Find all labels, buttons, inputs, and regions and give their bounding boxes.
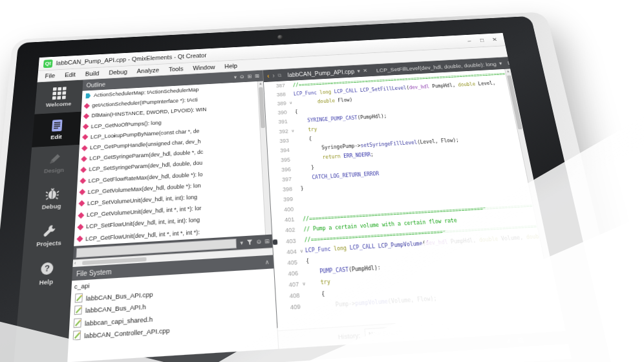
function-diamond-icon [78,200,85,207]
function-diamond-icon [76,236,83,242]
sidebar-item-projects[interactable]: Projects [23,215,76,255]
gutter-margin [273,247,278,258]
code-token: } [299,165,314,171]
code-text: } [300,186,303,191]
sync-with-editor-icon[interactable]: ⊖ [240,74,244,80]
menu-file[interactable]: File [40,72,60,80]
go-forward-icon[interactable]: › [272,72,275,80]
sidebar-item-design[interactable]: Design [29,145,80,182]
go-back-icon[interactable]: ‹ [267,72,270,80]
code-token: { [306,259,310,265]
line-number: 407 [280,281,301,289]
minimize-button[interactable]: – [464,37,475,45]
combo-dropdown-icon[interactable]: ▾ [240,239,243,246]
fold-marker-icon [297,240,305,240]
line-number: 405 [279,259,299,266]
left-panel-column: Outline ▾ ⊖ ⊞ ⊠ ActionSchedulerMap: tAct… [67,70,279,362]
document-dropdown-icon[interactable]: ▾ [357,69,360,74]
code-token: LCP_Func [294,90,317,96]
code-token: LCP_CALL [346,244,375,251]
code-token: LCP_Func [305,246,331,254]
menu-build[interactable]: Build [80,70,104,78]
menu-tools[interactable]: Tools [164,65,188,73]
collapse-pane-icon[interactable]: ∧ [264,259,269,266]
fold-marker-icon [289,121,295,122]
gutter-margin [264,82,268,91]
line-number: 409 [281,303,302,312]
sidebar-item-debug[interactable]: Debug [26,179,78,218]
gutter-margin [269,175,274,186]
qt-creator-logo-icon: Qt [43,59,53,68]
fold-marker-icon [295,209,302,209]
code-token: Flow) [335,97,353,103]
gutter-margin [272,215,277,226]
file-icon [72,330,81,342]
menu-analyze[interactable]: Analyze [132,67,164,75]
menu-debug[interactable]: Debug [104,68,133,76]
code-editor[interactable]: 387//===================================… [264,69,562,330]
gutter-margin [268,156,273,165]
code-text: { [306,259,310,265]
sidebar-item-label: Welcome [46,100,72,108]
close-document-icon[interactable]: ✕ [363,68,368,74]
code-token: Volume, [497,235,526,242]
fold-marker-icon [294,189,301,189]
fold-marker-icon[interactable]: ∨ [287,101,294,106]
symbol-dropdown-icon[interactable]: ▾ [499,61,502,66]
gutter-margin [268,165,274,176]
code-token: { [308,291,325,298]
fold-marker-icon[interactable]: ∨ [289,128,296,133]
code-token: dev_hdl [425,239,449,246]
filter-funnel-icon[interactable] [246,239,253,246]
close-pane-icon[interactable]: ⊠ [255,73,259,79]
close-button[interactable]: ✕ [489,36,500,43]
split-pane-icon[interactable]: ⊞ [247,74,252,80]
expand-panel-icon[interactable]: ∧ [506,337,511,345]
open-document-name[interactable]: labbCAN_Pump_API.cpp [287,69,354,78]
scroll-up-icon[interactable]: ▲ [258,81,264,86]
menu-edit[interactable]: Edit [59,71,80,79]
scroll-left-icon[interactable]: ‹ [74,260,76,267]
sync-icon[interactable]: ⊖ [256,239,261,246]
menu-window[interactable]: Window [188,63,220,72]
fold-marker-icon[interactable]: ∨ [297,248,305,254]
outline-dropdown-icon[interactable]: ▾ [234,74,237,80]
search-history-combobox[interactable]: New Search ▾ [365,323,455,341]
function-diamond-icon [84,103,90,109]
sidebar-item-help[interactable]: ?Help [19,252,74,294]
function-diamond-icon [80,167,87,173]
code-token: PumpHdl, [447,237,480,245]
panel-box-icon[interactable]: ⊡ [517,336,524,344]
gutter-margin [276,303,281,314]
debug-bug-icon [45,187,59,202]
line-number: 408 [281,292,301,300]
code-token: pumpVolume [355,298,389,306]
function-symbol-icon [372,69,374,71]
fold-marker-icon [296,229,303,230]
sidebar-item-edit[interactable]: Edit [32,112,81,147]
menu-help[interactable]: Help [220,62,242,70]
code-token [299,175,312,182]
code-token: (PumpHdl); [357,114,387,120]
split-editor-icon[interactable]: ⧉ [277,72,281,78]
code-text: { [295,109,298,114]
code-token: dev_hdl [409,84,429,90]
code-token [294,99,318,105]
code-token: Level, [475,80,496,86]
fold-marker-icon[interactable]: ∨ [300,281,308,286]
sidebar-item-welcome[interactable]: Welcome [35,80,83,114]
filesystem-item-label: labbCAN_Controller_API.cpp [84,326,170,340]
line-number: 401 [276,217,296,224]
split-new-icon[interactable]: ⊞ [264,238,270,245]
code-token: ERR_NOERR [340,152,370,159]
gutter-margin [265,100,270,109]
code-token: double [478,236,499,243]
editor-scroll-up-icon[interactable]: ▲ [505,69,511,74]
line-number: 398 [274,186,294,193]
sidebar-item-label: Edit [50,133,62,140]
line-number: 394 [272,147,291,154]
code-token: double [458,81,476,87]
code-text: { [297,136,312,142]
fold-marker-icon [292,159,299,160]
maximize-button[interactable]: □ [477,36,488,44]
